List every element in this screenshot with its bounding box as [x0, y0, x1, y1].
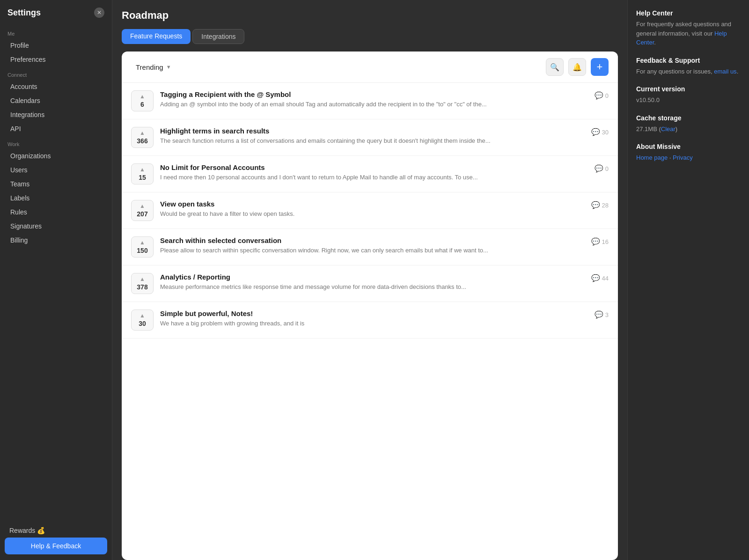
vote-count: 207 [137, 210, 147, 218]
upvote-arrow: ▲ [140, 94, 145, 99]
vote-box[interactable]: ▲ 150 [131, 236, 154, 258]
feature-desc: Please allow to search within specific c… [160, 246, 583, 255]
comment-count: 0 [605, 92, 609, 99]
cache-storage-section: Cache storage 27.1MB (Clear) [636, 114, 741, 134]
feature-title: Analytics / Reporting [160, 273, 583, 281]
sidebar-item-profile[interactable]: Profile [3, 38, 109, 52]
feedback-support-text: For any questions or issues, email us. [636, 67, 741, 76]
comment-icon: 💬 [595, 91, 603, 100]
home-page-link[interactable]: Home page [636, 154, 668, 161]
tab-feature-requests[interactable]: Feature Requests [122, 29, 191, 44]
panel-toolbar: Trending ▼ 🔍 🔔 + [122, 52, 618, 83]
feature-content: Analytics / Reporting Measure performanc… [160, 273, 583, 291]
vote-box[interactable]: ▲ 378 [131, 273, 154, 294]
feature-desc: Adding an @ symbol into the body of an e… [160, 100, 583, 109]
main-content: Roadmap Feature Requests Integrations Tr… [112, 0, 627, 560]
comment-icon: 💬 [591, 237, 600, 246]
sidebar-item-preferences[interactable]: Preferences [3, 52, 109, 66]
comment-count: 16 [602, 238, 609, 245]
feature-item: ▲ 150 Search within selected conversatio… [122, 229, 618, 265]
plus-icon: + [597, 61, 603, 73]
feature-item: ▲ 6 Tagging a Recipient with the @ Symbo… [122, 83, 618, 119]
vote-box[interactable]: ▲ 366 [131, 127, 154, 148]
feature-title: Tagging a Recipient with the @ Symbol [160, 90, 583, 98]
sidebar: Settings ✕ Me Profile Preferences Connec… [0, 0, 112, 560]
add-button[interactable]: + [591, 58, 609, 76]
vote-count: 378 [137, 283, 147, 291]
cache-storage-title: Cache storage [636, 114, 741, 122]
email-us-link[interactable]: email us [714, 68, 736, 75]
rewards-item[interactable]: Rewards 💰 [5, 523, 107, 538]
feature-meta: 💬 16 [590, 236, 609, 246]
sidebar-item-labels[interactable]: Labels [3, 191, 109, 205]
current-version-title: Current version [636, 85, 741, 93]
cache-clear-link[interactable]: Clear [661, 125, 676, 133]
sidebar-item-rules[interactable]: Rules [3, 205, 109, 219]
me-section-label: Me [0, 25, 112, 38]
feature-content: Simple but powerful, Notes! We have a bi… [160, 309, 583, 328]
bell-icon: 🔔 [573, 63, 582, 72]
feature-title: Search within selected conversation [160, 236, 583, 244]
comment-icon: 💬 [591, 274, 600, 282]
notifications-button[interactable]: 🔔 [568, 58, 586, 76]
vote-box[interactable]: ▲ 6 [131, 90, 154, 111]
about-title: About Missive [636, 143, 741, 150]
trending-sort-button[interactable]: Trending ▼ [131, 60, 176, 74]
work-section-label: Work [0, 136, 112, 149]
vote-box[interactable]: ▲ 30 [131, 309, 154, 331]
sidebar-item-accounts[interactable]: Accounts [3, 80, 109, 94]
search-button[interactable]: 🔍 [546, 58, 564, 76]
feature-meta: 💬 3 [590, 309, 609, 319]
feature-content: Tagging a Recipient with the @ Symbol Ad… [160, 90, 583, 109]
feature-meta: 💬 44 [590, 273, 609, 282]
vote-box[interactable]: ▲ 15 [131, 163, 154, 184]
page-title: Roadmap [122, 9, 618, 22]
tab-integrations[interactable]: Integrations [192, 29, 244, 44]
feedback-support-section: Feedback & Support For any questions or … [636, 57, 741, 76]
vote-count: 30 [139, 320, 146, 327]
sidebar-item-billing[interactable]: Billing [3, 233, 109, 247]
right-panel: Help Center For frequently asked questio… [627, 0, 749, 560]
feature-item: ▲ 15 No Limit for Personal Accounts I ne… [122, 156, 618, 192]
vote-count: 150 [137, 247, 147, 254]
sidebar-item-signatures[interactable]: Signatures [3, 219, 109, 233]
sidebar-item-api[interactable]: API [3, 122, 109, 136]
cache-storage-text: 27.1MB (Clear) [636, 125, 741, 134]
feature-content: Highlight terms in search results The se… [160, 127, 583, 145]
about-section: About Missive Home page · Privacy [636, 143, 741, 162]
feature-title: No Limit for Personal Accounts [160, 163, 583, 171]
vote-box[interactable]: ▲ 207 [131, 200, 154, 221]
sidebar-item-organizations[interactable]: Organizations [3, 149, 109, 163]
comment-count: 28 [602, 202, 609, 209]
chevron-down-icon: ▼ [166, 64, 171, 70]
sidebar-item-users[interactable]: Users [3, 163, 109, 177]
close-button[interactable]: ✕ [94, 7, 104, 18]
sidebar-item-integrations[interactable]: Integrations [3, 108, 109, 122]
feedback-support-title: Feedback & Support [636, 57, 741, 64]
comment-count: 0 [605, 165, 609, 172]
upvote-arrow: ▲ [140, 203, 145, 209]
comment-count: 44 [602, 275, 609, 282]
current-version-section: Current version v10.50.0 [636, 85, 741, 105]
tabs-row: Feature Requests Integrations [122, 29, 618, 44]
feature-title: Simple but powerful, Notes! [160, 309, 583, 317]
vote-count: 15 [139, 174, 146, 181]
privacy-link[interactable]: Privacy [673, 154, 693, 161]
upvote-arrow: ▲ [140, 130, 145, 136]
sidebar-item-calendars[interactable]: Calendars [3, 94, 109, 108]
help-feedback-button[interactable]: Help & Feedback [5, 538, 107, 554]
help-center-title: Help Center [636, 9, 741, 17]
sidebar-header: Settings ✕ [0, 7, 112, 25]
feature-title: Highlight terms in search results [160, 127, 583, 135]
comment-icon: 💬 [595, 310, 603, 319]
sidebar-item-teams[interactable]: Teams [3, 177, 109, 191]
comment-count: 30 [602, 129, 609, 136]
feature-desc: We have a big problem with growing threa… [160, 319, 583, 328]
upvote-arrow: ▲ [140, 276, 145, 282]
feature-meta: 💬 28 [590, 200, 609, 209]
help-center-text: For frequently asked questions and gener… [636, 20, 741, 47]
vote-count: 6 [140, 101, 144, 108]
comment-icon: 💬 [591, 201, 600, 209]
feature-content: Search within selected conversation Plea… [160, 236, 583, 255]
feature-list: ▲ 6 Tagging a Recipient with the @ Symbo… [122, 83, 618, 560]
